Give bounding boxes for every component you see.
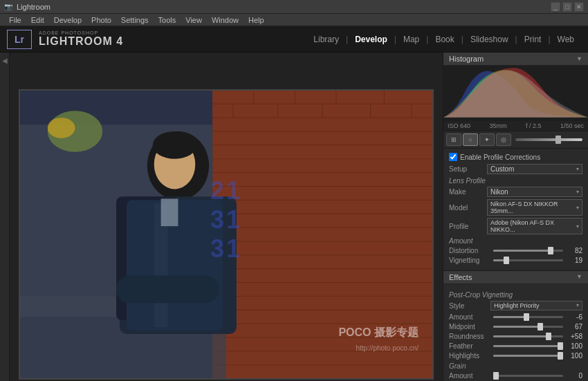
grain-amount-label: Amount bbox=[449, 372, 490, 380]
enable-profile-row: Enable Profile Corrections bbox=[449, 153, 582, 161]
histogram-title: Histogram bbox=[449, 55, 484, 63]
nav-map[interactable]: Map bbox=[396, 35, 426, 44]
menu-file[interactable]: File bbox=[4, 16, 26, 24]
make-arrow: ▾ bbox=[576, 189, 579, 195]
watermark-poco: POCO 摄影专题 bbox=[338, 326, 419, 340]
watermark-url: http://photo.poco.cn/ bbox=[356, 344, 419, 352]
make-dropdown[interactable]: Nikon ▾ bbox=[487, 187, 582, 197]
grain-amount-row: Amount 0 bbox=[449, 372, 582, 380]
feather-label: Feather bbox=[449, 342, 490, 350]
watermark-main: 213131 bbox=[210, 176, 242, 263]
roundness-track[interactable] bbox=[493, 335, 563, 337]
photo-bg: 213131 POCO 摄影专题 http://photo.poco.cn/ bbox=[20, 91, 432, 378]
feather-row: Feather 100 bbox=[449, 342, 582, 350]
effects-arrow: ▼ bbox=[576, 273, 582, 281]
nav-print[interactable]: Print bbox=[517, 35, 549, 44]
close-button[interactable]: ✕ bbox=[574, 2, 584, 12]
tool-row: ⊞ ○ ✦ ◎ bbox=[443, 131, 588, 149]
module-nav: Library | Develop | Map | Book | Slidesh… bbox=[306, 35, 581, 44]
style-dropdown[interactable]: Highlight Priority ▾ bbox=[490, 301, 582, 310]
effects-amount-label: Amount bbox=[449, 313, 490, 321]
vignetting-row: Vignetting 19 bbox=[449, 257, 582, 264]
photo-frame: 213131 POCO 摄影专题 http://photo.poco.cn/ bbox=[19, 89, 434, 380]
profile-label: Profile bbox=[449, 223, 487, 230]
midpoint-track[interactable] bbox=[493, 326, 563, 328]
menu-help[interactable]: Help bbox=[244, 16, 269, 24]
highlights-track[interactable] bbox=[493, 355, 563, 357]
feather-value: 100 bbox=[566, 342, 582, 350]
svg-rect-43 bbox=[161, 198, 178, 226]
minimize-button[interactable]: _ bbox=[551, 2, 560, 12]
cam-shutter: 1/50 sec bbox=[560, 122, 584, 129]
tool-slider[interactable] bbox=[515, 138, 582, 141]
make-label: Make bbox=[449, 188, 487, 196]
menu-tools[interactable]: Tools bbox=[154, 16, 181, 24]
model-label: Model bbox=[449, 204, 487, 212]
profile-row: Profile Adobe (Nikon AF-S DX NIKKO... ▾ bbox=[449, 218, 582, 234]
distortion-label: Distortion bbox=[449, 247, 490, 254]
tool-eye[interactable]: ◎ bbox=[496, 133, 511, 146]
menu-view[interactable]: View bbox=[181, 16, 207, 24]
make-row: Make Nikon ▾ bbox=[449, 187, 582, 197]
effects-amount-row: Amount -6 bbox=[449, 313, 582, 321]
menu-edit[interactable]: Edit bbox=[26, 16, 49, 24]
tool-circle[interactable]: ○ bbox=[463, 133, 478, 146]
distortion-track[interactable] bbox=[493, 250, 563, 252]
roundness-label: Roundness bbox=[449, 333, 490, 340]
cam-aperture: f / 2.5 bbox=[526, 122, 542, 129]
midpoint-row: Midpoint 67 bbox=[449, 323, 582, 331]
setup-label: Setup bbox=[449, 165, 487, 173]
menu-photo[interactable]: Photo bbox=[86, 16, 116, 24]
feather-track[interactable] bbox=[493, 345, 563, 347]
tool-pin[interactable]: ✦ bbox=[479, 133, 495, 146]
model-arrow: ▾ bbox=[576, 205, 579, 211]
vignetting-track[interactable] bbox=[493, 259, 563, 261]
style-label: Style bbox=[449, 302, 490, 310]
right-panel: Histogram ▼ ISO 640 35mm f / 2. bbox=[443, 53, 588, 381]
effects-amount-track[interactable] bbox=[493, 316, 563, 318]
menu-settings[interactable]: Settings bbox=[116, 16, 154, 24]
left-panel-arrow[interactable]: ◀ bbox=[2, 57, 8, 64]
model-dropdown[interactable]: Nikon AF-S DX NIKKOR 35mm... ▾ bbox=[487, 199, 582, 216]
left-panel: ◀ bbox=[0, 53, 10, 381]
effects-header[interactable]: Effects ▼ bbox=[443, 271, 588, 284]
enable-profile-checkbox[interactable] bbox=[449, 153, 457, 161]
amount-title: Amount bbox=[449, 237, 582, 245]
effects-section: Post-Crop Vignetting Style Highlight Pri… bbox=[443, 284, 588, 381]
tool-slider-thumb[interactable] bbox=[555, 136, 561, 144]
tool-crop[interactable]: ⊞ bbox=[446, 133, 461, 146]
title-icon: 📷 bbox=[4, 3, 12, 10]
histogram-arrow: ▼ bbox=[576, 55, 582, 62]
title-bar: 📷 Lightroom _ □ ✕ bbox=[0, 0, 588, 14]
style-row: Style Highlight Priority ▾ bbox=[449, 301, 582, 310]
midpoint-label: Midpoint bbox=[449, 323, 490, 331]
setup-dropdown[interactable]: Custom ▾ bbox=[487, 164, 582, 174]
vignetting-value: 19 bbox=[566, 257, 582, 264]
histogram-area bbox=[443, 66, 588, 121]
svg-point-39 bbox=[153, 131, 197, 159]
menu-bar: File Edit Develop Photo Settings Tools V… bbox=[0, 14, 588, 26]
nav-book[interactable]: Book bbox=[428, 35, 461, 44]
lens-correction-section: Enable Profile Corrections Setup Custom … bbox=[443, 149, 588, 271]
window-title: Lightroom bbox=[17, 3, 50, 11]
grain-amount-track[interactable] bbox=[493, 375, 563, 377]
vignetting-label: Vignetting bbox=[449, 257, 490, 264]
highlights-row: Highlights 100 bbox=[449, 352, 582, 360]
nav-web[interactable]: Web bbox=[551, 35, 581, 44]
model-row: Model Nikon AF-S DX NIKKOR 35mm... ▾ bbox=[449, 199, 582, 216]
photo-area: 213131 POCO 摄影专题 http://photo.poco.cn/ bbox=[10, 53, 443, 381]
distortion-value: 82 bbox=[566, 247, 582, 254]
menu-develop[interactable]: Develop bbox=[49, 16, 86, 24]
maximize-button[interactable]: □ bbox=[562, 2, 572, 12]
setup-arrow: ▾ bbox=[576, 166, 579, 172]
profile-dropdown[interactable]: Adobe (Nikon AF-S DX NIKKO... ▾ bbox=[487, 218, 582, 234]
nav-develop[interactable]: Develop bbox=[348, 35, 394, 44]
svg-rect-42 bbox=[116, 276, 219, 304]
nav-slideshow[interactable]: Slideshow bbox=[463, 35, 515, 44]
nav-library[interactable]: Library bbox=[306, 35, 346, 44]
menu-window[interactable]: Window bbox=[207, 16, 244, 24]
app-name: LIGHTROOM 4 bbox=[39, 35, 123, 48]
histogram-header[interactable]: Histogram ▼ bbox=[443, 53, 588, 66]
setup-row: Setup Custom ▾ bbox=[449, 164, 582, 174]
effects-title: Effects bbox=[449, 273, 472, 281]
